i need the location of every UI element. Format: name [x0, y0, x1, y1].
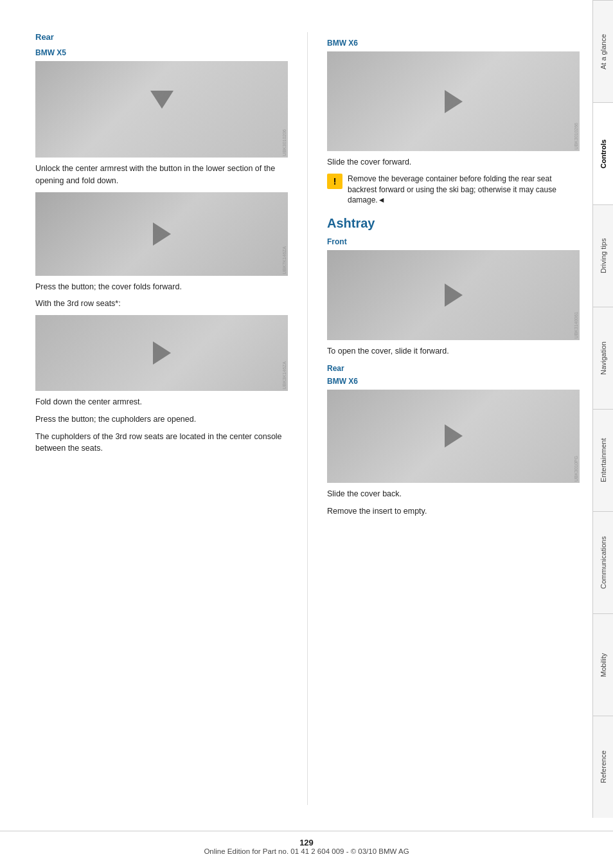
sidebar-item-entertainment[interactable]: Entertainment: [593, 409, 613, 511]
warning-icon: !: [327, 174, 342, 189]
left-sub-heading-bmwx5: BMW X5: [35, 48, 288, 57]
bmwx5-image-2: UBK7K146ZA: [35, 192, 288, 276]
right-sub-heading-bmwx6-2: BMW X6: [327, 377, 580, 386]
arrow-icon-5: [445, 284, 463, 307]
rear-heading: Rear: [327, 364, 580, 373]
left-text-2: Press the button; the cover folds forwar…: [35, 281, 288, 293]
right-text-4: Remove the insert to empty.: [327, 505, 580, 518]
sidebar-item-driving-tips[interactable]: Driving tips: [593, 204, 613, 307]
left-text-5: Press the button; the cupholders are ope…: [35, 413, 288, 426]
copyright-text: Online Edition for Part no. 01 41 2 604 …: [0, 847, 613, 855]
image-watermark-4: UBK3010266: [574, 123, 578, 150]
arrow-icon-3: [153, 341, 171, 365]
sidebar-item-mobility[interactable]: Mobility: [593, 613, 613, 716]
image-watermark-1: UBK3010206: [282, 129, 287, 156]
image-watermark-2: UBK7K146ZA: [282, 246, 287, 275]
right-sub-heading-bmwx6: BMW X6: [327, 39, 580, 48]
right-text-1: Slide the cover forward.: [327, 156, 580, 168]
bmwx6-image-1: UBK3010266: [327, 51, 580, 151]
sidebar-item-controls[interactable]: Controls: [593, 102, 613, 204]
page: Rear BMW X5 UBK3010206 Unlock the center…: [0, 0, 613, 868]
image-watermark-5: UBK3140061: [574, 312, 578, 339]
image-watermark-3: UBK3K146ZA: [282, 361, 287, 390]
image-watermark-6: UBK3010PG: [574, 456, 578, 482]
left-text-3: With the 3rd row seats*:: [35, 298, 288, 310]
warning-box: ! Remove the beverage container before f…: [327, 174, 580, 206]
arrow-icon-4: [445, 90, 463, 113]
left-text-1: Unlock the center armrest with the butto…: [35, 163, 288, 187]
left-text-4: Fold down the center armrest.: [35, 396, 288, 408]
column-divider: [307, 32, 308, 805]
ashtray-front-image: UBK3140061: [327, 250, 580, 340]
sidebar-item-reference[interactable]: Reference: [593, 716, 613, 818]
sidebar-item-at-a-glance[interactable]: At a glance: [593, 0, 613, 102]
bmwx5-image-3: UBK3K146ZA: [35, 315, 288, 391]
sidebar: At a glance Controls Driving tips Naviga…: [592, 0, 613, 818]
right-text-2: To open the cover, slide it forward.: [327, 345, 580, 357]
sidebar-item-navigation[interactable]: Navigation: [593, 307, 613, 409]
arrow-icon-6: [445, 424, 463, 448]
bmwx5-image-1: UBK3010206: [35, 61, 288, 158]
left-column: Rear BMW X5 UBK3010206 Unlock the center…: [35, 32, 288, 805]
right-text-3: Slide the cover back.: [327, 488, 580, 500]
warning-text: Remove the beverage container before fol…: [348, 174, 580, 206]
arrow-icon-2: [153, 222, 171, 246]
ashtray-heading: Ashtray: [327, 216, 580, 231]
front-heading: Front: [327, 237, 580, 246]
sidebar-item-communications[interactable]: Communications: [593, 511, 613, 613]
arrow-icon: [150, 91, 173, 109]
page-number: 129: [0, 838, 613, 847]
left-section-heading: Rear: [35, 32, 288, 42]
page-footer: 129 Online Edition for Part no. 01 41 2 …: [0, 831, 613, 868]
right-column: BMW X6 UBK3010266 Slide the cover forwar…: [327, 32, 580, 805]
ashtray-rear-image: UBK3010PG: [327, 390, 580, 483]
left-text-6: The cupholders of the 3rd row seats are …: [35, 431, 288, 455]
